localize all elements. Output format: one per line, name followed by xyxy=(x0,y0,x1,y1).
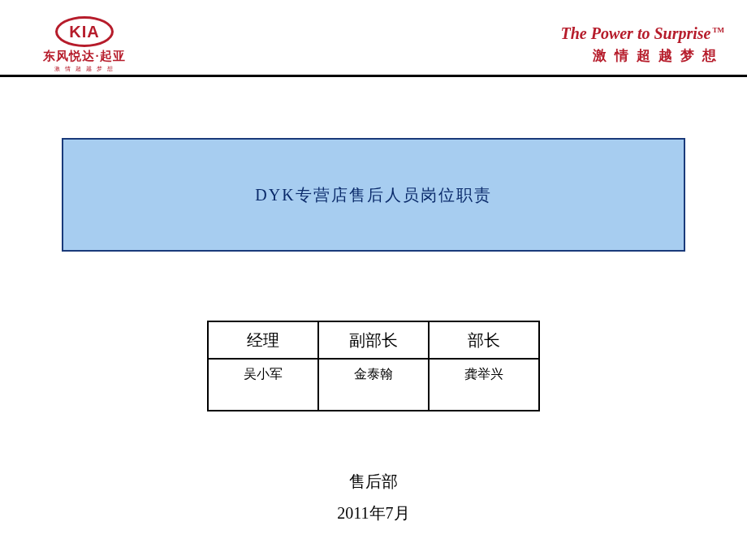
header-cell-director: 部长 xyxy=(429,321,539,359)
header-cell-manager: 经理 xyxy=(208,321,318,359)
slogan-cn: 激情超越梦想 xyxy=(560,46,724,65)
body-cell-deputy: 金泰翰 xyxy=(318,359,429,411)
footer-date: 2011年7月 xyxy=(0,502,747,524)
logo-left: KIA 东风悦达·起亚 激 情 超 越 梦 想 xyxy=(19,16,149,73)
header-cell-deputy: 副部长 xyxy=(318,321,429,359)
body-cell-director: 龚举兴 xyxy=(429,359,539,411)
slogan-en-text: The Power to Surprise xyxy=(560,24,710,42)
table-header-row: 经理 副部长 部长 xyxy=(208,321,539,359)
brand-cn: 东风悦达·起亚 xyxy=(19,49,149,64)
title-block: DYK专营店售后人员岗位职责 xyxy=(62,138,685,252)
header: KIA 东风悦达·起亚 激 情 超 越 梦 想 The Power to Sur… xyxy=(0,0,747,77)
footer: 售后部 2011年7月 xyxy=(0,471,747,524)
logo-right: The Power to SurpriseTM 激情超越梦想 xyxy=(560,24,724,65)
body-cell-manager: 吴小军 xyxy=(208,359,318,411)
title-text: DYK专营店售后人员岗位职责 xyxy=(255,184,491,206)
tm-mark: TM xyxy=(713,26,725,34)
footer-dept: 售后部 xyxy=(0,471,747,493)
table-body-row: 吴小军 金泰翰 龚举兴 xyxy=(208,359,539,411)
signature-table: 经理 副部长 部长 吴小军 金泰翰 龚举兴 xyxy=(207,321,540,411)
slogan-en: The Power to SurpriseTM xyxy=(560,24,724,43)
kia-logo-icon: KIA xyxy=(55,16,114,47)
kia-logo-text: KIA xyxy=(69,23,99,41)
brand-sub: 激 情 超 越 梦 想 xyxy=(19,65,149,73)
